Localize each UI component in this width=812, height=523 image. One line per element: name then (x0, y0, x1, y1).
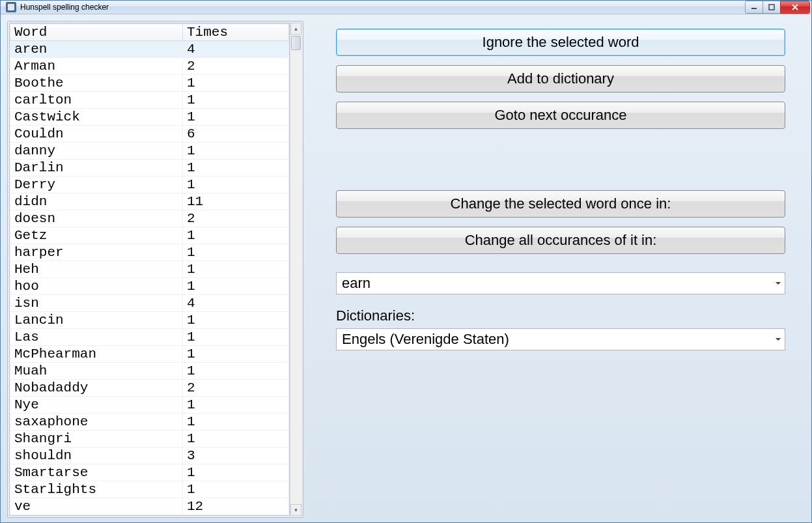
table-row[interactable]: carlton1 (10, 92, 289, 109)
word-cell: didn (10, 193, 183, 210)
add-dictionary-button[interactable]: Add to dictionary (336, 65, 785, 92)
col-times-header[interactable]: Times (183, 24, 289, 41)
table-row[interactable]: Las1 (10, 329, 289, 346)
times-cell: 1 (183, 363, 289, 380)
table-row[interactable]: Nobadaddy2 (10, 380, 289, 397)
word-cell: Muah (10, 363, 183, 380)
dictionaries-dropdown[interactable]: Engels (Verenigde Staten) (336, 328, 785, 350)
word-cell: Darlin (10, 160, 183, 177)
times-cell: 12 (183, 498, 289, 515)
table-row[interactable]: Couldn6 (10, 126, 289, 143)
word-cell: Arman (10, 58, 183, 75)
actions-panel: Ignore the selected word Add to dictiona… (336, 21, 805, 518)
times-cell: 1 (183, 261, 289, 278)
times-cell: 1 (183, 278, 289, 295)
content-area: Word Times aren4Arman2Boothe1carlton1Cas… (1, 14, 811, 523)
word-cell: Couldn (10, 126, 183, 143)
word-cell: shouldn (10, 447, 183, 464)
word-cell: saxaphone (10, 414, 183, 431)
app-icon (6, 2, 16, 12)
table-row[interactable]: Castwick1 (10, 109, 289, 126)
window-controls (746, 1, 810, 14)
times-cell: 1 (183, 329, 289, 346)
change-once-button[interactable]: Change the selected word once in: (336, 190, 785, 218)
word-cell: Derry (10, 177, 183, 193)
times-cell: 6 (183, 126, 289, 143)
dictionaries-value: Engels (Verenigde Staten) (342, 331, 509, 348)
goto-next-button[interactable]: Goto next occurance (336, 102, 785, 129)
titlebar[interactable]: Hunspell spelling checker (1, 1, 811, 14)
scroll-up-button[interactable]: ▲ (290, 23, 301, 35)
table-row[interactable]: aren4 (10, 41, 289, 58)
table-row[interactable]: harper1 (10, 244, 289, 261)
times-cell: 3 (183, 447, 289, 464)
ignore-button[interactable]: Ignore the selected word (336, 29, 785, 56)
times-cell: 2 (183, 210, 289, 227)
table-row[interactable]: Nye1 (10, 397, 289, 414)
table-row[interactable]: danny1 (10, 143, 289, 160)
word-cell: McPhearman (10, 346, 183, 363)
word-cell: Smartarse (10, 464, 183, 481)
times-cell: 1 (183, 346, 289, 363)
minimize-button[interactable] (745, 1, 763, 14)
table-row[interactable]: Starlights1 (10, 481, 289, 498)
scroll-thumb[interactable] (291, 36, 301, 50)
word-table[interactable]: Word Times aren4Arman2Boothe1carlton1Cas… (10, 23, 289, 515)
times-cell: 1 (183, 397, 289, 414)
table-row[interactable]: ve12 (10, 498, 289, 515)
table-row[interactable]: Boothe1 (10, 75, 289, 92)
times-cell: 11 (183, 193, 289, 210)
table-row[interactable]: didn11 (10, 193, 289, 210)
table-row[interactable]: Heh1 (10, 261, 289, 278)
table-row[interactable]: Shangri1 (10, 431, 289, 447)
table-row[interactable]: saxaphone1 (10, 414, 289, 431)
chevron-down-icon (776, 282, 781, 285)
table-row[interactable]: Arman2 (10, 58, 289, 75)
close-button[interactable] (780, 1, 810, 14)
times-cell: 2 (183, 58, 289, 75)
table-row[interactable]: Lancin1 (10, 312, 289, 329)
table-row[interactable]: doesn2 (10, 210, 289, 227)
times-cell: 1 (183, 143, 289, 160)
word-cell: Boothe (10, 75, 183, 92)
table-row[interactable]: Smartarse1 (10, 464, 289, 481)
table-row[interactable]: shouldn3 (10, 447, 289, 464)
word-cell: Castwick (10, 109, 183, 126)
change-all-button[interactable]: Change all occurances of it in: (336, 227, 785, 254)
word-cell: isn (10, 295, 183, 312)
table-row[interactable]: hoo1 (10, 278, 289, 295)
maximize-button[interactable] (763, 1, 781, 14)
window-title: Hunspell spelling checker (20, 3, 746, 12)
svg-rect-1 (769, 5, 774, 10)
times-cell: 1 (183, 177, 289, 193)
times-cell: 2 (183, 380, 289, 397)
col-word-header[interactable]: Word (10, 24, 183, 41)
times-cell: 1 (183, 481, 289, 498)
table-row[interactable]: McPhearman1 (10, 346, 289, 363)
times-cell: 4 (183, 295, 289, 312)
scroll-down-button[interactable]: ▼ (290, 504, 301, 516)
times-cell: 1 (183, 414, 289, 431)
table-row[interactable]: Derry1 (10, 177, 289, 193)
word-cell: Shangri (10, 431, 183, 447)
table-row[interactable]: Darlin1 (10, 160, 289, 177)
times-cell: 1 (183, 75, 289, 92)
times-cell: 1 (183, 244, 289, 261)
word-cell: Nobadaddy (10, 380, 183, 397)
table-row[interactable]: isn4 (10, 295, 289, 312)
word-cell: Nye (10, 397, 183, 414)
app-window: Hunspell spelling checker Word (0, 0, 812, 523)
vertical-scrollbar[interactable]: ▲ ▼ (290, 23, 301, 516)
suggestion-dropdown[interactable]: earn (336, 272, 785, 294)
word-list-panel: Word Times aren4Arman2Boothe1carlton1Cas… (7, 21, 303, 518)
word-cell: Starlights (10, 481, 183, 498)
table-row[interactable]: Getz1 (10, 227, 289, 244)
word-cell: danny (10, 143, 183, 160)
word-cell: Getz (10, 227, 183, 244)
word-cell: aren (10, 41, 183, 58)
times-cell: 1 (183, 227, 289, 244)
times-cell: 1 (183, 431, 289, 447)
chevron-down-icon (776, 338, 781, 341)
word-cell: Lancin (10, 312, 183, 329)
table-row[interactable]: Muah1 (10, 363, 289, 380)
